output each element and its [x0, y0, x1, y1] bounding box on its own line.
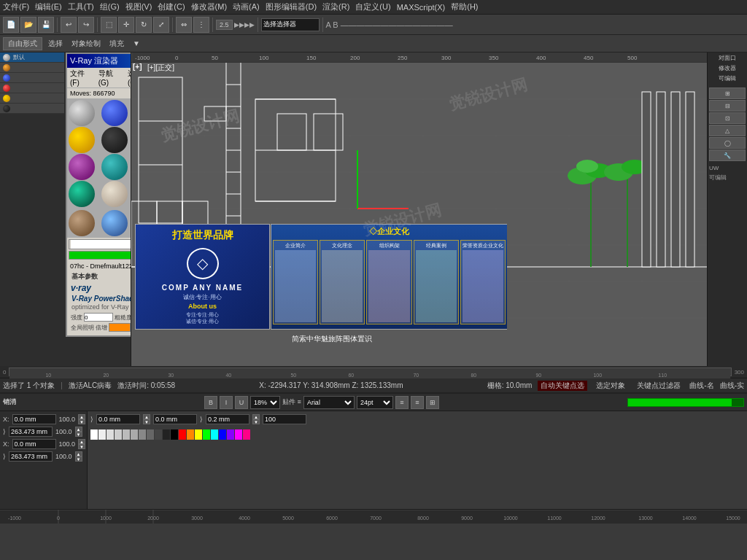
zoom-select[interactable]: 18% — [250, 396, 280, 409]
swatch-gray4[interactable] — [131, 429, 138, 440]
object-paint-label[interactable]: 对象绘制 — [69, 38, 104, 50]
align-center-btn[interactable]: ≡ — [411, 396, 424, 409]
w-input[interactable] — [9, 451, 53, 462]
cmd-panel-btn[interactable]: ⊞ — [709, 88, 746, 99]
menu-file[interactable]: 文件(F) — [3, 1, 29, 12]
mat-item-6[interactable] — [0, 104, 64, 114]
x-input[interactable] — [12, 414, 56, 424]
extra-val-input[interactable] — [263, 414, 306, 424]
open-btn[interactable]: 📂 — [20, 17, 36, 33]
z-input[interactable] — [12, 439, 56, 449]
menu-customize[interactable]: 自定义(U) — [355, 1, 390, 12]
mat-purple[interactable] — [69, 154, 95, 180]
intensity-input[interactable] — [84, 313, 113, 322]
z-up[interactable]: ▲ — [78, 439, 85, 444]
select-btn[interactable]: ⬚ — [101, 17, 117, 33]
underline-btn[interactable]: U — [235, 396, 248, 409]
extra-x-input[interactable] — [96, 414, 140, 424]
align-left-btn[interactable]: ≡ — [395, 396, 409, 409]
swatch-pink[interactable] — [243, 429, 250, 440]
swatch-gray2[interactable] — [115, 429, 122, 440]
swatch-violet[interactable] — [227, 429, 234, 440]
gi-input[interactable] — [109, 323, 131, 332]
y-up[interactable]: ▲ — [75, 427, 82, 432]
display-btn[interactable]: ◯ — [709, 137, 746, 149]
swatch-black[interactable] — [171, 429, 178, 440]
redo-btn[interactable]: ↪ — [78, 17, 94, 33]
scale-btn[interactable]: ⤢ — [153, 17, 169, 33]
y-input[interactable] — [9, 427, 53, 437]
vray-menu-file[interactable]: 文件(F) — [70, 69, 94, 87]
z-spinner[interactable]: ▲ ▼ — [78, 439, 85, 449]
table-btn[interactable]: ⊞ — [426, 396, 439, 409]
swatch-darkgray[interactable] — [155, 429, 162, 440]
mat-item-2[interactable] — [0, 63, 64, 73]
swatch-gray1[interactable] — [107, 429, 114, 440]
swatch-orange[interactable] — [187, 429, 194, 440]
mat-gold[interactable] — [69, 127, 95, 153]
swatch-magenta[interactable] — [235, 429, 242, 440]
menu-tools[interactable]: 工具(T) — [68, 1, 94, 12]
menu-view[interactable]: 视图(V) — [125, 1, 152, 12]
align-btn[interactable]: ⋮ — [193, 17, 209, 33]
mat-grey[interactable] — [69, 100, 95, 126]
menu-graph-editor[interactable]: 图形编辑器(D) — [266, 1, 317, 12]
extra-x-down[interactable]: ▼ — [143, 419, 150, 424]
x-down[interactable]: ▼ — [78, 419, 85, 424]
select-filter[interactable] — [261, 18, 320, 31]
extra-btn[interactable]: ▼ — [130, 39, 143, 48]
swatch-verydark[interactable] — [163, 429, 170, 440]
mat-blue[interactable] — [101, 100, 128, 126]
select-label[interactable]: 选择 — [45, 38, 66, 50]
mat-dark[interactable] — [101, 127, 128, 153]
lw-up[interactable]: ▲ — [252, 414, 260, 419]
motion-btn[interactable]: △ — [709, 125, 746, 136]
key-filter-btn[interactable]: 关键点过滤器 — [634, 381, 684, 391]
swatch-blue[interactable] — [219, 429, 226, 440]
swatch-red[interactable] — [179, 429, 186, 440]
vray-input-bar[interactable] — [69, 239, 131, 249]
bold-btn[interactable]: B — [204, 396, 217, 409]
select-obj-btn[interactable]: 选定对象 — [593, 381, 628, 391]
x-spinner[interactable]: ▲ ▼ — [78, 414, 85, 424]
auto-key-btn[interactable]: 自动关键点选 — [538, 381, 587, 391]
mat-item-3[interactable] — [0, 73, 64, 83]
menu-group[interactable]: 组(G) — [100, 1, 120, 12]
x-up[interactable]: ▲ — [78, 414, 85, 419]
mat-item-5[interactable] — [0, 93, 64, 104]
undo-btn[interactable]: ↩ — [61, 17, 77, 33]
font-select[interactable]: Arial — [303, 396, 355, 409]
swatch-lightgray[interactable] — [98, 429, 106, 440]
swatch-gray6[interactable] — [147, 429, 154, 440]
menu-maxscript[interactable]: MAXScript(X) — [397, 3, 446, 12]
menu-render[interactable]: 渲染(R) — [322, 1, 349, 12]
line-width-input[interactable] — [206, 414, 249, 424]
save-btn[interactable]: 💾 — [38, 17, 54, 33]
menu-help[interactable]: 帮助(H) — [451, 1, 478, 12]
swatch-cyan[interactable] — [211, 429, 218, 440]
italic-btn[interactable]: I — [220, 396, 233, 409]
utilities-btn[interactable]: 🔧 — [709, 149, 746, 161]
timeline-bar[interactable]: 10 20 30 40 50 60 70 80 90 100 110 — [9, 368, 731, 376]
mat-b2[interactable] — [101, 210, 128, 236]
mat-item-4[interactable] — [0, 83, 64, 93]
menu-animation[interactable]: 动画(A) — [233, 1, 260, 12]
move-btn[interactable]: ✛ — [118, 17, 134, 33]
lw-down[interactable]: ▼ — [252, 419, 260, 424]
menu-create[interactable]: 创建(C) — [158, 1, 185, 12]
new-btn[interactable]: 📄 — [3, 17, 19, 33]
swatch-white[interactable] — [90, 429, 98, 440]
vray-menu-nav[interactable]: 导航(G) — [98, 69, 123, 87]
lw-spinner[interactable]: ▲ ▼ — [252, 414, 260, 424]
mat-item-1[interactable]: 默认 — [0, 52, 64, 63]
mat-teal[interactable] — [69, 181, 95, 207]
mat-b1[interactable] — [69, 210, 95, 236]
rotate-btn[interactable]: ↻ — [136, 17, 152, 33]
mat-cyan[interactable] — [101, 154, 128, 180]
fill-label[interactable]: 填充 — [107, 38, 127, 50]
swatch-gray5[interactable] — [139, 429, 146, 440]
menu-modifier[interactable]: 修改器(M) — [191, 1, 228, 12]
extra-x-up[interactable]: ▲ — [143, 414, 150, 419]
mod-panel-btn[interactable]: ⊟ — [709, 100, 746, 112]
hier-panel-btn[interactable]: ⊡ — [709, 112, 746, 124]
